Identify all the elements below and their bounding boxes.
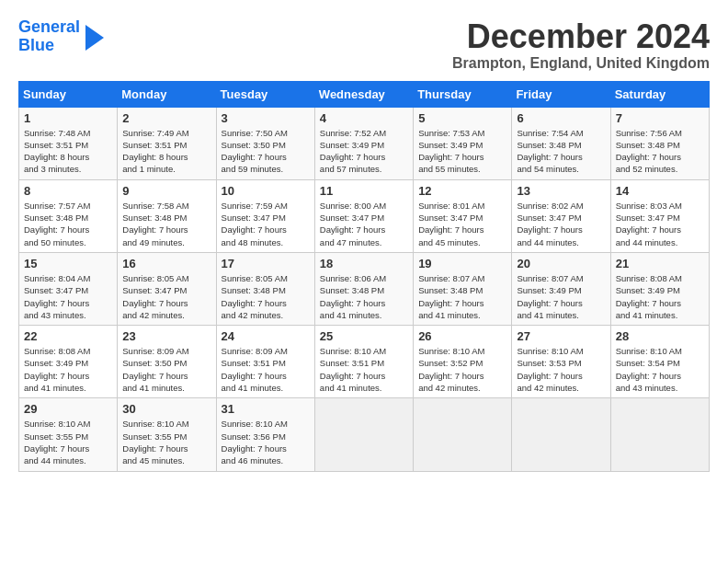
day-info: Sunrise: 7:54 AM Sunset: 3:48 PM Dayligh… xyxy=(517,127,605,176)
day-info: Sunrise: 8:09 AM Sunset: 3:51 PM Dayligh… xyxy=(222,345,310,394)
day-number: 26 xyxy=(418,329,506,343)
day-info: Sunrise: 8:07 AM Sunset: 3:48 PM Dayligh… xyxy=(418,272,506,321)
logo-text: General Blue xyxy=(18,18,80,55)
day-info: Sunrise: 8:10 AM Sunset: 3:56 PM Dayligh… xyxy=(222,418,310,466)
calendar-day-cell: 25Sunrise: 8:10 AM Sunset: 3:51 PM Dayli… xyxy=(314,326,413,398)
day-info: Sunrise: 7:52 AM Sunset: 3:49 PM Dayligh… xyxy=(320,127,408,176)
day-info: Sunrise: 7:59 AM Sunset: 3:47 PM Dayligh… xyxy=(222,200,310,248)
day-info: Sunrise: 7:53 AM Sunset: 3:49 PM Dayligh… xyxy=(418,127,506,176)
month-title: December 2024 xyxy=(452,18,710,55)
calendar-day-cell: 19Sunrise: 8:07 AM Sunset: 3:48 PM Dayli… xyxy=(414,252,512,325)
calendar-day-cell: 3Sunrise: 7:50 AM Sunset: 3:50 PM Daylig… xyxy=(216,107,314,179)
day-number: 5 xyxy=(418,111,506,125)
day-number: 11 xyxy=(320,184,408,198)
day-info: Sunrise: 8:09 AM Sunset: 3:50 PM Dayligh… xyxy=(122,345,210,394)
day-info: Sunrise: 8:02 AM Sunset: 3:47 PM Dayligh… xyxy=(517,200,605,248)
title-block: December 2024 Brampton, England, United … xyxy=(452,18,710,72)
calendar-week-row: 15Sunrise: 8:04 AM Sunset: 3:47 PM Dayli… xyxy=(19,252,710,325)
calendar-day-cell: 6Sunrise: 7:54 AM Sunset: 3:48 PM Daylig… xyxy=(512,107,610,179)
day-number: 10 xyxy=(222,184,310,198)
logo-line2: Blue xyxy=(18,36,54,54)
calendar-day-cell xyxy=(314,398,413,471)
calendar-day-cell: 16Sunrise: 8:05 AM Sunset: 3:47 PM Dayli… xyxy=(118,252,216,325)
calendar-day-cell: 31Sunrise: 8:10 AM Sunset: 3:56 PM Dayli… xyxy=(216,398,314,471)
logo: General Blue xyxy=(18,18,104,55)
logo-arrow-icon xyxy=(85,25,104,51)
calendar-day-cell: 8Sunrise: 7:57 AM Sunset: 3:48 PM Daylig… xyxy=(19,179,118,252)
calendar-day-cell: 4Sunrise: 7:52 AM Sunset: 3:49 PM Daylig… xyxy=(314,107,413,179)
day-info: Sunrise: 8:03 AM Sunset: 3:47 PM Dayligh… xyxy=(616,200,704,248)
day-number: 24 xyxy=(222,329,310,343)
day-number: 15 xyxy=(24,257,112,270)
calendar-day-cell: 26Sunrise: 8:10 AM Sunset: 3:52 PM Dayli… xyxy=(414,326,512,398)
day-number: 21 xyxy=(616,257,704,270)
weekday-header-saturday: Saturday xyxy=(610,81,709,107)
day-number: 20 xyxy=(517,257,605,270)
day-number: 6 xyxy=(517,111,605,125)
day-info: Sunrise: 8:08 AM Sunset: 3:49 PM Dayligh… xyxy=(24,345,112,394)
day-number: 27 xyxy=(517,329,605,343)
calendar-day-cell: 9Sunrise: 7:58 AM Sunset: 3:48 PM Daylig… xyxy=(118,179,216,252)
day-info: Sunrise: 7:57 AM Sunset: 3:48 PM Dayligh… xyxy=(24,200,112,248)
day-number: 16 xyxy=(122,257,210,270)
day-info: Sunrise: 7:56 AM Sunset: 3:48 PM Dayligh… xyxy=(616,127,704,176)
day-info: Sunrise: 8:01 AM Sunset: 3:47 PM Dayligh… xyxy=(418,200,506,248)
calendar-week-row: 22Sunrise: 8:08 AM Sunset: 3:49 PM Dayli… xyxy=(19,326,710,398)
day-info: Sunrise: 8:05 AM Sunset: 3:48 PM Dayligh… xyxy=(222,272,310,321)
day-number: 2 xyxy=(122,111,210,125)
calendar-day-cell xyxy=(610,398,709,471)
calendar-day-cell: 22Sunrise: 8:08 AM Sunset: 3:49 PM Dayli… xyxy=(19,326,118,398)
day-number: 18 xyxy=(320,257,408,270)
calendar-day-cell: 13Sunrise: 8:02 AM Sunset: 3:47 PM Dayli… xyxy=(512,179,610,252)
day-number: 19 xyxy=(418,257,506,270)
day-info: Sunrise: 8:08 AM Sunset: 3:49 PM Dayligh… xyxy=(616,272,704,321)
day-number: 8 xyxy=(24,184,112,198)
day-info: Sunrise: 8:05 AM Sunset: 3:47 PM Dayligh… xyxy=(122,272,210,321)
calendar-week-row: 8Sunrise: 7:57 AM Sunset: 3:48 PM Daylig… xyxy=(19,179,710,252)
calendar-day-cell: 18Sunrise: 8:06 AM Sunset: 3:48 PM Dayli… xyxy=(314,252,413,325)
calendar-day-cell: 27Sunrise: 8:10 AM Sunset: 3:53 PM Dayli… xyxy=(512,326,610,398)
day-number: 9 xyxy=(122,184,210,198)
day-number: 14 xyxy=(616,184,704,198)
day-info: Sunrise: 8:00 AM Sunset: 3:47 PM Dayligh… xyxy=(320,200,408,248)
calendar-day-cell: 24Sunrise: 8:09 AM Sunset: 3:51 PM Dayli… xyxy=(216,326,314,398)
calendar-day-cell xyxy=(414,398,512,471)
calendar-day-cell: 23Sunrise: 8:09 AM Sunset: 3:50 PM Dayli… xyxy=(118,326,216,398)
day-number: 17 xyxy=(222,257,310,270)
calendar-day-cell: 14Sunrise: 8:03 AM Sunset: 3:47 PM Dayli… xyxy=(610,179,709,252)
day-info: Sunrise: 7:49 AM Sunset: 3:51 PM Dayligh… xyxy=(122,127,210,176)
calendar-week-row: 1Sunrise: 7:48 AM Sunset: 3:51 PM Daylig… xyxy=(19,107,710,179)
calendar-day-cell: 17Sunrise: 8:05 AM Sunset: 3:48 PM Dayli… xyxy=(216,252,314,325)
calendar-day-cell: 30Sunrise: 8:10 AM Sunset: 3:55 PM Dayli… xyxy=(118,398,216,471)
day-number: 3 xyxy=(222,111,310,125)
day-number: 28 xyxy=(616,329,704,343)
day-number: 25 xyxy=(320,329,408,343)
logo-line1: General xyxy=(18,17,80,36)
calendar-day-cell: 10Sunrise: 7:59 AM Sunset: 3:47 PM Dayli… xyxy=(216,179,314,252)
day-info: Sunrise: 8:10 AM Sunset: 3:53 PM Dayligh… xyxy=(517,345,605,394)
calendar-day-cell: 20Sunrise: 8:07 AM Sunset: 3:49 PM Dayli… xyxy=(512,252,610,325)
weekday-header-tuesday: Tuesday xyxy=(216,81,314,107)
calendar-day-cell: 12Sunrise: 8:01 AM Sunset: 3:47 PM Dayli… xyxy=(414,179,512,252)
day-number: 7 xyxy=(616,111,704,125)
calendar-week-row: 29Sunrise: 8:10 AM Sunset: 3:55 PM Dayli… xyxy=(19,398,710,471)
weekday-header-row: SundayMondayTuesdayWednesdayThursdayFrid… xyxy=(19,81,710,107)
weekday-header-sunday: Sunday xyxy=(19,81,118,107)
calendar-day-cell xyxy=(512,398,610,471)
day-number: 12 xyxy=(418,184,506,198)
weekday-header-wednesday: Wednesday xyxy=(314,81,413,107)
day-info: Sunrise: 8:07 AM Sunset: 3:49 PM Dayligh… xyxy=(517,272,605,321)
day-info: Sunrise: 8:10 AM Sunset: 3:54 PM Dayligh… xyxy=(616,345,704,394)
calendar-day-cell: 11Sunrise: 8:00 AM Sunset: 3:47 PM Dayli… xyxy=(314,179,413,252)
calendar-table: SundayMondayTuesdayWednesdayThursdayFrid… xyxy=(18,81,710,472)
day-number: 13 xyxy=(517,184,605,198)
calendar-day-cell: 28Sunrise: 8:10 AM Sunset: 3:54 PM Dayli… xyxy=(610,326,709,398)
day-info: Sunrise: 8:10 AM Sunset: 3:55 PM Dayligh… xyxy=(122,418,210,466)
day-info: Sunrise: 8:06 AM Sunset: 3:48 PM Dayligh… xyxy=(320,272,408,321)
weekday-header-thursday: Thursday xyxy=(414,81,512,107)
calendar-day-cell: 15Sunrise: 8:04 AM Sunset: 3:47 PM Dayli… xyxy=(19,252,118,325)
calendar-day-cell: 29Sunrise: 8:10 AM Sunset: 3:55 PM Dayli… xyxy=(19,398,118,471)
day-number: 22 xyxy=(24,329,112,343)
weekday-header-friday: Friday xyxy=(512,81,610,107)
day-info: Sunrise: 7:48 AM Sunset: 3:51 PM Dayligh… xyxy=(24,127,112,176)
